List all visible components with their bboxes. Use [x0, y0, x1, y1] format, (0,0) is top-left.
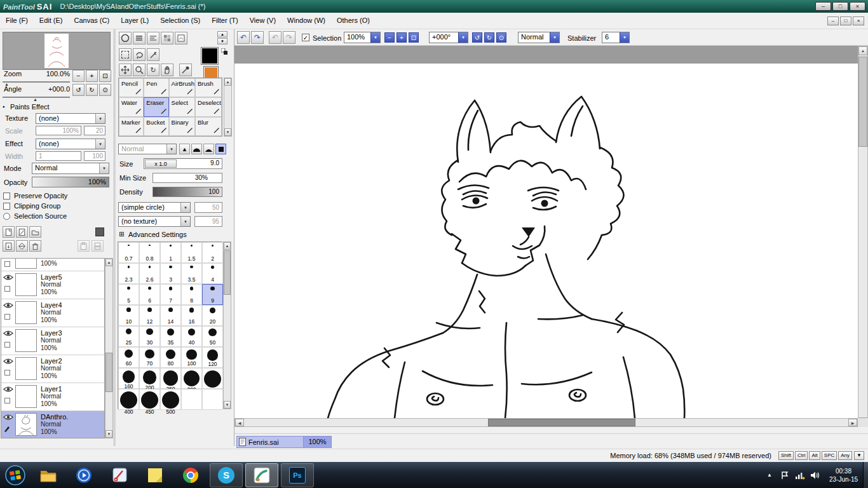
brush-size-25[interactable]: 25: [118, 326, 139, 347]
rgb-slider-icon[interactable]: [133, 32, 146, 44]
brush-size-40[interactable]: 40: [181, 326, 202, 347]
redo-button[interactable]: ↷: [251, 31, 264, 44]
layer-list-scrollbar[interactable]: ▲ ▼: [105, 258, 113, 438]
layer-item-danthro[interactable]: DAnthro.Normal100%: [1, 411, 104, 438]
show-desktop-button[interactable]: [863, 462, 868, 488]
minimize-button[interactable]: –: [815, 2, 831, 11]
eyedropper-icon[interactable]: [179, 64, 192, 76]
layer-mode-dropdown[interactable]: Normal▼: [32, 163, 109, 174]
menu-item-filter[interactable]: Filter (T): [206, 13, 244, 29]
brush-size-2.3[interactable]: 2.3: [118, 263, 139, 284]
action-center-icon[interactable]: [779, 469, 790, 482]
brush-size-50[interactable]: 50: [202, 326, 223, 347]
selection-checkbox[interactable]: ✓: [302, 34, 309, 41]
mdi-close-button[interactable]: ×: [853, 17, 864, 25]
menu-item-view[interactable]: View (V): [244, 13, 281, 29]
layer-checkbox[interactable]: [4, 261, 10, 267]
brush-size-1.5[interactable]: 1.5: [181, 242, 202, 263]
tool-eraser[interactable]: Eraser: [144, 97, 168, 116]
brush-size-2[interactable]: 2: [202, 242, 223, 263]
effect-dropdown[interactable]: (none)▼: [36, 139, 105, 149]
brush-size-100[interactable]: 100: [181, 347, 202, 368]
brush-size-0.7[interactable]: 0.7: [118, 242, 139, 263]
taskbar-skype-icon[interactable]: S: [210, 463, 243, 487]
close-button[interactable]: ×: [850, 2, 865, 11]
brush-tip-square-icon[interactable]: [215, 144, 226, 154]
maximize-button[interactable]: □: [832, 2, 848, 11]
layer-opacity-slider[interactable]: 100%: [32, 177, 109, 187]
brush-size-4[interactable]: 4: [202, 263, 223, 284]
scroll-down-arrow[interactable]: ▼: [224, 401, 231, 409]
brush-size-20[interactable]: 20: [202, 305, 223, 326]
brush-size-16[interactable]: 16: [181, 305, 202, 326]
layer-checkbox[interactable]: [4, 342, 10, 348]
rotate-canvas-icon[interactable]: ↻: [147, 64, 159, 76]
layer-item-layer3[interactable]: Layer3Normal100%: [1, 327, 104, 355]
brush-size-350[interactable]: 350: [202, 368, 223, 389]
window-titlebar[interactable]: PaintTool SAI D:\Desktop\MySAIandOtherSt…: [0, 0, 868, 13]
start-button[interactable]: [1, 463, 29, 487]
tool-pen[interactable]: Pen: [144, 78, 168, 97]
canvas-zoom-out-button[interactable]: −: [384, 32, 395, 43]
brush-size-120[interactable]: 120: [202, 347, 223, 368]
navigator-zoom-slider[interactable]: ▲: [3, 81, 70, 83]
new-layer-icon[interactable]: [3, 226, 15, 238]
tool-airbrush[interactable]: AirBrush: [169, 78, 195, 97]
marquee-select-icon[interactable]: [119, 48, 132, 61]
canvas-zoom-reset-button[interactable]: ⊡: [409, 32, 419, 43]
navigator-angle-slider[interactable]: ▲: [3, 97, 70, 98]
size-unit-box[interactable]: x 1.0: [145, 159, 177, 168]
layer-checkbox[interactable]: [4, 286, 10, 292]
hidden-icons-button[interactable]: ▲: [764, 469, 775, 482]
tool-water[interactable]: Water: [119, 97, 144, 116]
stabilizer-dropdown[interactable]: 6▼: [602, 32, 630, 43]
brush-tip-triangle-icon[interactable]: ▲: [179, 144, 190, 154]
menu-item-canvas[interactable]: Canvas (C): [69, 13, 116, 29]
layer-visibility-eye-icon[interactable]: [3, 358, 13, 366]
option-clipping-group[interactable]: Clipping Group: [0, 201, 113, 211]
brush-size-3[interactable]: 3: [160, 263, 181, 284]
scale-slider[interactable]: 100%: [36, 126, 81, 135]
layer-checkbox[interactable]: [4, 398, 10, 403]
taskbar-clock[interactable]: 00:38 23-Jun-15: [829, 467, 858, 484]
advanced-settings-expand-icon[interactable]: ⊞: [119, 231, 124, 238]
brush-blend-dropdown[interactable]: Normal▼: [118, 144, 177, 154]
taskbar-media-player-icon[interactable]: [67, 463, 100, 487]
brush-size-10[interactable]: 10: [118, 305, 139, 326]
brush-size-80[interactable]: 80: [160, 347, 181, 368]
layer-item-layer2[interactable]: Layer2Normal100%: [1, 355, 104, 383]
document-tab-fenris[interactable]: Fenris.sai 100%: [236, 436, 332, 448]
scratchpad-icon[interactable]: [175, 32, 187, 44]
brush-size-9[interactable]: 9: [202, 284, 223, 305]
canvas-angle-reset-button[interactable]: ⊙: [496, 32, 506, 43]
clear-layer-icon[interactable]: [16, 240, 28, 252]
canvas-rotate-ccw-button[interactable]: ↺: [472, 32, 482, 43]
layer-item-partial[interactable]: 100%: [1, 259, 104, 271]
scroll-right-arrow[interactable]: ▶: [848, 419, 857, 426]
network-icon[interactable]: [794, 469, 806, 482]
nav-zoom-out-button[interactable]: −: [72, 70, 85, 82]
taskbar-sai-icon[interactable]: [245, 463, 278, 487]
undo-button[interactable]: ↶: [237, 31, 250, 44]
option-selection-source[interactable]: Selection Source: [0, 211, 113, 221]
canvas-horizontal-scrollbar[interactable]: ◀ ▶: [234, 418, 858, 427]
taskbar-snipping-tool-icon[interactable]: [103, 463, 136, 487]
brush-size-slider[interactable]: x 1.0 9.0: [144, 158, 222, 169]
menu-item-layer[interactable]: Layer (L): [115, 13, 154, 29]
key-indicator-menu-arrow[interactable]: ▼: [854, 451, 864, 460]
nav-rotate-ccw-button[interactable]: ↺: [72, 84, 85, 96]
brush-size-160[interactable]: 160: [118, 368, 139, 389]
tool-bucket[interactable]: Bucket: [144, 117, 168, 136]
brush-size-0.8[interactable]: 0.8: [139, 242, 160, 263]
scroll-down-arrow[interactable]: ▼: [224, 128, 231, 136]
hand-tool-icon[interactable]: [161, 64, 173, 76]
checkbox-box[interactable]: [3, 193, 10, 200]
tool-grid-scrollbar[interactable]: ▲ ▼: [224, 78, 232, 137]
scroll-thumb[interactable]: [488, 419, 635, 426]
brush-size-1[interactable]: 1: [160, 242, 181, 263]
scroll-up-arrow[interactable]: ▲: [224, 78, 231, 86]
canvas-rotate-cw-button[interactable]: ↻: [484, 32, 494, 43]
brush-tip-dome-icon[interactable]: [191, 144, 202, 154]
canvas-zoom-in-button[interactable]: +: [397, 32, 407, 43]
brush-size-500[interactable]: 500: [160, 389, 181, 410]
